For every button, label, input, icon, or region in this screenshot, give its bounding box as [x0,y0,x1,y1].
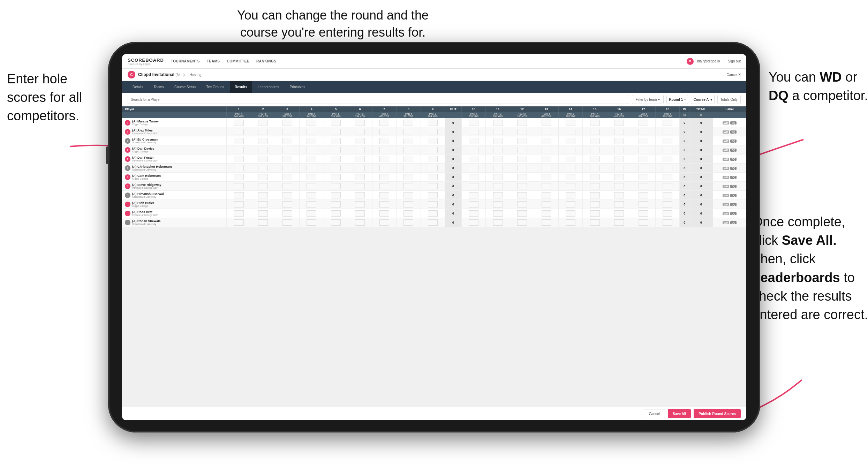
hole-10-input-cell[interactable] [461,218,486,227]
hole-3-input-cell[interactable] [275,191,300,200]
dq-button[interactable]: DQ [730,185,737,188]
hole-15-input-cell[interactable] [583,218,607,227]
hole-18-input-cell[interactable] [655,118,680,127]
hole-11-input-cell[interactable] [486,191,510,200]
hole-7-input[interactable] [379,174,389,180]
hole-4-input-cell[interactable] [299,155,324,164]
wd-button[interactable]: WD [723,176,730,179]
hole-9-input-cell[interactable] [421,155,445,164]
hole-2-input-cell[interactable] [251,182,275,191]
hole-7-input-cell[interactable] [372,218,397,227]
hole-14-input[interactable] [566,156,575,162]
hole-17-input[interactable] [639,165,648,171]
hole-15-input-cell[interactable] [583,209,607,218]
hole-18-input[interactable] [663,183,672,189]
hole-6-input[interactable] [355,156,365,162]
hole-1-input-cell[interactable] [227,145,251,155]
hole-3-input-cell[interactable] [275,218,300,227]
hole-7-input-cell[interactable] [372,209,397,218]
hole-11-input-cell[interactable] [486,200,510,209]
hole-8-input[interactable] [403,183,413,189]
hole-16-input[interactable] [614,201,624,208]
hole-3-input-cell[interactable] [275,173,300,182]
hole-4-input-cell[interactable] [299,136,324,145]
hole-9-input[interactable] [428,201,438,208]
hole-4-input-cell[interactable] [299,218,324,227]
hole-9-input[interactable] [428,210,438,217]
hole-3-input[interactable] [282,174,292,180]
hole-17-input-cell[interactable] [631,155,656,164]
hole-5-input-cell[interactable] [324,182,348,191]
hole-6-input[interactable] [355,165,365,171]
hole-4-input[interactable] [307,192,316,198]
hole-5-input-cell[interactable] [324,218,348,227]
hole-3-input-cell[interactable] [275,118,300,127]
wd-button[interactable]: WD [723,203,730,206]
hole-13-input[interactable] [542,120,551,126]
hole-13-input[interactable] [542,174,551,180]
hole-15-input-cell[interactable] [583,136,607,145]
hole-8-input[interactable] [403,165,413,171]
hole-4-input[interactable] [307,210,316,217]
hole-8-input-cell[interactable] [397,155,421,164]
hole-12-input-cell[interactable] [510,155,534,164]
hole-15-input-cell[interactable] [583,127,607,136]
label-cell[interactable]: WD DQ [713,173,746,182]
hole-11-input-cell[interactable] [486,136,510,145]
hole-16-input-cell[interactable] [607,155,631,164]
hole-17-input-cell[interactable] [631,173,656,182]
hole-3-input[interactable] [282,201,292,208]
hole-11-input[interactable] [493,129,503,135]
label-cell[interactable]: WD DQ [713,191,746,200]
hole-4-input[interactable] [307,129,316,135]
hole-15-input[interactable] [590,210,600,217]
hole-11-input[interactable] [493,219,503,226]
hole-13-input[interactable] [542,138,551,144]
hole-2-input[interactable] [258,201,268,208]
hole-1-input[interactable] [234,147,244,153]
hole-16-input-cell[interactable] [607,118,631,127]
hole-6-input-cell[interactable] [348,145,372,155]
hole-9-input-cell[interactable] [421,145,445,155]
hole-12-input-cell[interactable] [510,209,534,218]
hole-1-input[interactable] [234,165,244,171]
hole-18-input-cell[interactable] [655,173,680,182]
label-cell[interactable]: WD DQ [713,218,746,227]
hole-18-input[interactable] [663,210,672,217]
hole-4-input-cell[interactable] [299,200,324,209]
hole-2-input-cell[interactable] [251,209,275,218]
hole-3-input[interactable] [282,138,292,144]
hole-7-input-cell[interactable] [372,127,397,136]
hole-16-input[interactable] [614,192,624,198]
hole-9-input[interactable] [428,183,438,189]
hole-17-input-cell[interactable] [631,145,656,155]
hole-17-input[interactable] [639,219,648,226]
hole-1-input-cell[interactable] [227,136,251,145]
hole-14-input-cell[interactable] [558,164,583,173]
hole-11-input-cell[interactable] [486,145,510,155]
hole-17-input-cell[interactable] [631,164,656,173]
hole-10-input[interactable] [469,147,478,153]
hole-17-input-cell[interactable] [631,209,656,218]
hole-2-input[interactable] [258,210,268,217]
hole-6-input[interactable] [355,174,365,180]
hole-17-input[interactable] [639,192,648,198]
hole-1-input[interactable] [234,201,244,208]
hole-15-input-cell[interactable] [583,191,607,200]
hole-7-input[interactable] [379,129,389,135]
hole-18-input[interactable] [663,174,672,180]
hole-17-input-cell[interactable] [631,118,656,127]
hole-7-input-cell[interactable] [372,136,397,145]
hole-4-input[interactable] [307,156,316,162]
hole-5-input[interactable] [331,129,341,135]
hole-10-input[interactable] [469,129,478,135]
label-cell[interactable]: WD DQ [713,155,746,164]
hole-17-input[interactable] [639,120,648,126]
hole-9-input-cell[interactable] [421,164,445,173]
hole-2-input[interactable] [258,174,268,180]
hole-10-input-cell[interactable] [461,127,486,136]
hole-14-input[interactable] [566,138,575,144]
hole-8-input[interactable] [403,174,413,180]
hole-7-input[interactable] [379,201,389,208]
hole-2-input-cell[interactable] [251,173,275,182]
